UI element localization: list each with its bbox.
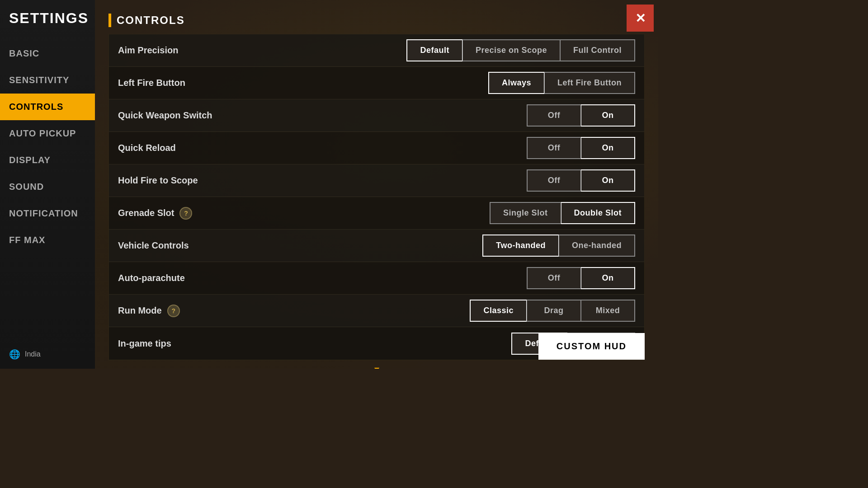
setting-label-1: Left Fire Button <box>118 78 488 88</box>
setting-label-text-5: Grenade Slot <box>118 208 174 218</box>
toggle-option-7-1[interactable]: On <box>581 267 635 289</box>
sidebar: SETTINGS BASICSENSITIVITYCONTROLSAUTO PI… <box>0 0 95 369</box>
toggle-option-7-0[interactable]: Off <box>527 267 581 289</box>
toggle-group-1: AlwaysLeft Fire Button <box>488 72 635 94</box>
setting-label-9: In-game tips <box>118 338 511 349</box>
toggle-group-0: DefaultPrecise on ScopeFull Control <box>406 39 635 61</box>
help-icon[interactable]: ? <box>167 305 180 317</box>
toggle-group-8: ClassicDragMixed <box>470 300 635 322</box>
setting-row: Quick Weapon SwitchOffOn <box>109 99 644 132</box>
toggle-option-4-0[interactable]: Off <box>527 169 581 192</box>
region-label: India <box>25 350 41 358</box>
main-content: CONTROLS Aim PrecisionDefaultPrecise on … <box>95 0 658 369</box>
setting-label-3: Quick Reload <box>118 143 527 153</box>
setting-row: Aim PrecisionDefaultPrecise on ScopeFull… <box>109 34 644 67</box>
toggle-option-1-1[interactable]: Left Fire Button <box>544 72 635 94</box>
scroll-indicator: ▾ <box>108 360 645 369</box>
setting-label-4: Hold Fire to Scope <box>118 175 527 186</box>
toggle-option-6-0[interactable]: Two-handed <box>482 235 559 257</box>
sidebar-item-sensitivity[interactable]: SENSITIVITY <box>0 67 95 94</box>
setting-row: Grenade Slot?Single SlotDouble Slot <box>109 197 644 230</box>
toggle-option-8-0[interactable]: Classic <box>470 300 527 322</box>
custom-hud-label: CUSTOM HUD <box>557 341 627 351</box>
toggle-group-6: Two-handedOne-handed <box>482 235 635 257</box>
section-header: CONTROLS <box>108 9 645 27</box>
toggle-option-8-1[interactable]: Drag <box>527 300 581 322</box>
custom-hud-button[interactable]: CUSTOM HUD <box>538 333 645 360</box>
setting-label-text-8: Run Mode <box>118 305 162 316</box>
toggle-option-6-1[interactable]: One-handed <box>559 235 635 257</box>
sidebar-item-notification[interactable]: NOTIFICATION <box>0 200 95 227</box>
sidebar-item-basic[interactable]: BASIC <box>0 40 95 67</box>
setting-row: Hold Fire to ScopeOffOn <box>109 164 644 197</box>
toggle-group-7: OffOn <box>527 267 635 289</box>
globe-icon: 🌐 <box>9 349 20 360</box>
close-button[interactable]: ✕ <box>627 5 654 32</box>
setting-label-text-0: Aim Precision <box>118 45 178 56</box>
close-icon: ✕ <box>635 11 646 26</box>
setting-label-text-4: Hold Fire to Scope <box>118 175 198 186</box>
setting-label-text-1: Left Fire Button <box>118 78 185 88</box>
toggle-option-3-0[interactable]: Off <box>527 137 581 159</box>
setting-label-6: Vehicle Controls <box>118 240 482 251</box>
setting-label-text-7: Auto-parachute <box>118 273 185 283</box>
section-accent <box>108 14 111 27</box>
toggle-group-3: OffOn <box>527 137 635 159</box>
setting-label-8: Run Mode? <box>118 305 470 317</box>
setting-label-text-2: Quick Weapon Switch <box>118 110 212 121</box>
settings-title: SETTINGS <box>0 0 95 40</box>
settings-panel: Aim PrecisionDefaultPrecise on ScopeFull… <box>108 34 645 360</box>
setting-label-0: Aim Precision <box>118 45 406 56</box>
toggle-group-5: Single SlotDouble Slot <box>490 202 635 224</box>
toggle-option-2-1[interactable]: On <box>581 104 635 127</box>
toggle-option-5-1[interactable]: Double Slot <box>561 202 636 224</box>
setting-label-text-6: Vehicle Controls <box>118 240 189 251</box>
section-title: CONTROLS <box>117 14 185 27</box>
help-icon[interactable]: ? <box>179 207 192 220</box>
setting-label-7: Auto-parachute <box>118 273 527 283</box>
sidebar-item-ff-max[interactable]: FF MAX <box>0 227 95 253</box>
setting-row: Run Mode?ClassicDragMixed <box>109 295 644 327</box>
toggle-group-2: OffOn <box>527 104 635 127</box>
toggle-option-3-1[interactable]: On <box>581 137 635 159</box>
sidebar-footer: 🌐 India <box>0 340 95 369</box>
sidebar-item-sound[interactable]: SOUND <box>0 174 95 200</box>
setting-row: Auto-parachuteOffOn <box>109 262 644 295</box>
toggle-option-8-2[interactable]: Mixed <box>581 300 635 322</box>
setting-label-5: Grenade Slot? <box>118 207 490 220</box>
setting-label-2: Quick Weapon Switch <box>118 110 527 121</box>
toggle-option-5-0[interactable]: Single Slot <box>490 202 561 224</box>
toggle-option-1-0[interactable]: Always <box>488 72 544 94</box>
setting-row: Quick ReloadOffOn <box>109 132 644 164</box>
toggle-option-0-2[interactable]: Full Control <box>560 39 635 61</box>
sidebar-item-display[interactable]: DISPLAY <box>0 147 95 174</box>
setting-label-text-9: In-game tips <box>118 338 171 349</box>
toggle-option-4-1[interactable]: On <box>581 169 635 192</box>
toggle-group-4: OffOn <box>527 169 635 192</box>
toggle-option-0-1[interactable]: Precise on Scope <box>462 39 560 61</box>
setting-row: Left Fire ButtonAlwaysLeft Fire Button <box>109 67 644 99</box>
toggle-option-2-0[interactable]: Off <box>527 104 581 127</box>
sidebar-item-controls[interactable]: CONTROLS <box>0 94 95 120</box>
setting-label-text-3: Quick Reload <box>118 143 176 153</box>
toggle-option-0-0[interactable]: Default <box>406 39 462 61</box>
setting-row: Vehicle ControlsTwo-handedOne-handed <box>109 230 644 262</box>
sidebar-item-auto-pickup[interactable]: AUTO PICKUP <box>0 120 95 147</box>
